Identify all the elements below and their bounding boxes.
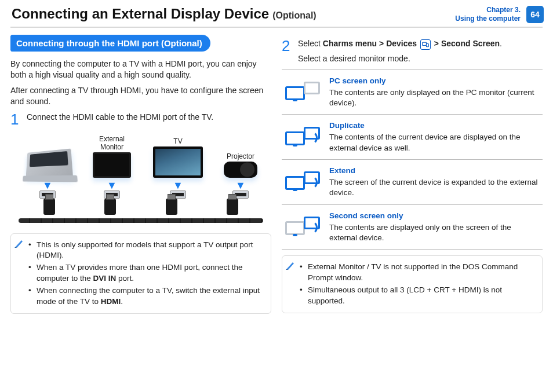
section-ribbon: Connecting through the HDMI port (Option… xyxy=(10,35,210,52)
note-item: External Monitor / TV is not supported i… xyxy=(300,262,536,284)
mode-desc: The screen of the current device is expa… xyxy=(329,178,537,197)
left-column: Connecting through the HDMI port (Option… xyxy=(10,35,271,314)
step2-bold2: Second Screen xyxy=(441,39,500,48)
hdmi-diagram: ▼ External Monitor ▼ TV ▼ Projector xyxy=(10,131,271,228)
mode-icon-second-only xyxy=(284,211,321,244)
note-text-post: port. xyxy=(116,274,134,283)
note-icon xyxy=(14,239,24,248)
step-2: 2 Select Charms menu > Devices > Second … xyxy=(282,38,543,65)
mode-desc: The contents are displayed only on the s… xyxy=(329,223,511,242)
step-body: Select Charms menu > Devices > Second Sc… xyxy=(298,38,543,65)
note-icon xyxy=(286,261,295,270)
note-bold: DVI IN xyxy=(93,274,117,283)
page-header: Connecting an External Display Device (O… xyxy=(0,0,553,27)
chapter-line2: Using the computer xyxy=(455,14,521,23)
content-columns: Connecting through the HDMI port (Option… xyxy=(0,32,553,320)
label-tv: TV xyxy=(173,137,182,145)
arrow-down-icon: ▼ xyxy=(235,180,246,190)
projector-icon xyxy=(224,162,257,178)
mode-desc-block: PC screen only The contents are only dis… xyxy=(329,76,540,109)
page-number-badge: 64 xyxy=(526,6,544,23)
note-text-pre: When a TV provides more than one HDMI po… xyxy=(37,263,242,283)
note-box-left: This is only supported for models that s… xyxy=(10,233,271,314)
mode-row-second-only: Second screen only The contents are disp… xyxy=(282,204,543,250)
chapter-line1: Chapter 3. xyxy=(455,6,521,14)
arrow-down-icon: ▼ xyxy=(173,180,183,190)
mode-row-duplicate: Duplicate The contents of the current de… xyxy=(282,114,543,159)
note-text: Simultaneous output to all 3 (LCD + CRT … xyxy=(308,285,502,305)
page-title: Connecting an External Display Device xyxy=(12,6,269,22)
label-projector: Projector xyxy=(227,152,254,160)
mode-title: Extend xyxy=(329,166,540,176)
step-number: 2 xyxy=(282,38,292,65)
hdmi-plug-icon xyxy=(104,199,116,215)
chapter-block: Chapter 3. Using the computer 64 xyxy=(455,6,544,23)
mode-desc: The contents are only displayed on the P… xyxy=(329,88,534,107)
chapter-text: Chapter 3. Using the computer xyxy=(455,6,521,23)
note-item: When a TV provides more than one HDMI po… xyxy=(28,262,265,284)
note-item: When connecting the computer to a TV, sw… xyxy=(28,285,265,307)
mode-desc-block: Extend The screen of the current device … xyxy=(329,166,540,199)
note-item: This is only supported for models that s… xyxy=(28,240,265,262)
title-line: Connecting an External Display Device (O… xyxy=(12,6,316,22)
hdmi-plug-icon xyxy=(43,199,55,215)
right-column: 2 Select Charms menu > Devices > Second … xyxy=(282,35,543,314)
mode-icon-extend xyxy=(284,166,321,199)
step2-pre: Select xyxy=(298,39,323,48)
device-tv: TV ▼ xyxy=(153,137,203,199)
device-laptop: ▼ xyxy=(24,141,71,199)
mode-icon-pc-only xyxy=(284,76,321,109)
note-bold: HDMI xyxy=(101,297,121,306)
mode-title: PC screen only xyxy=(329,76,540,86)
device-monitor: External Monitor ▼ xyxy=(92,135,132,199)
mode-title: Duplicate xyxy=(329,120,540,131)
note-text-post: . xyxy=(121,297,123,306)
mode-row-extend: Extend The screen of the current device … xyxy=(282,159,543,204)
note-text-pre: When connecting the computer to a TV, sw… xyxy=(37,286,260,306)
step-number: 1 xyxy=(10,112,21,127)
mode-table: PC screen only The contents are only dis… xyxy=(282,69,543,250)
note-text: External Monitor / TV is not supported i… xyxy=(308,262,518,282)
arrow-down-icon: ▼ xyxy=(107,180,117,190)
left-para-2: After connecting a TV through HDMI, you … xyxy=(10,85,271,107)
hdmi-cable-icon xyxy=(19,218,263,223)
note-text: This is only supported for models that s… xyxy=(37,240,253,260)
step-body: Connect the HDMI cable to the HDMI port … xyxy=(27,112,271,127)
note-item: Simultaneous output to all 3 (LCD + CRT … xyxy=(300,285,536,307)
step-2-line2: Select a desired monitor mode. xyxy=(298,53,543,65)
tv-icon xyxy=(153,146,203,178)
page-title-optional: (Optional) xyxy=(272,10,316,21)
step-2-line1: Select Charms menu > Devices > Second Sc… xyxy=(298,38,543,50)
mode-desc-block: Second screen only The contents are disp… xyxy=(329,211,540,244)
device-projector: Projector ▼ xyxy=(224,152,257,199)
svg-rect-0 xyxy=(423,42,427,45)
step-1: 1 Connect the HDMI cable to the HDMI por… xyxy=(10,112,271,127)
header-rule xyxy=(10,27,543,28)
step2-period: . xyxy=(500,39,502,48)
mode-row-pc-only: PC screen only The contents are only dis… xyxy=(282,69,543,115)
hdmi-plugs xyxy=(19,199,263,215)
devices-charm-icon xyxy=(420,39,431,50)
step2-mid: > xyxy=(432,39,441,48)
monitor-icon xyxy=(93,152,131,178)
note-box-right: External Monitor / TV is not supported i… xyxy=(282,255,543,313)
mode-icon-duplicate xyxy=(284,120,321,153)
mode-desc: The contents of the current device are d… xyxy=(329,133,520,152)
hdmi-plug-icon xyxy=(166,199,177,215)
device-row: ▼ External Monitor ▼ TV ▼ Projector xyxy=(14,135,268,199)
laptop-icon xyxy=(26,148,74,178)
mode-title: Second screen only xyxy=(329,211,540,221)
step2-bold1: Charms menu > Devices xyxy=(323,39,417,48)
label-external-monitor: External Monitor xyxy=(92,135,132,151)
left-para-1: By connecting the computer to a TV with … xyxy=(10,58,271,80)
hdmi-plug-icon xyxy=(227,199,238,215)
mode-desc-block: Duplicate The contents of the current de… xyxy=(329,120,540,153)
svg-rect-1 xyxy=(426,44,428,47)
